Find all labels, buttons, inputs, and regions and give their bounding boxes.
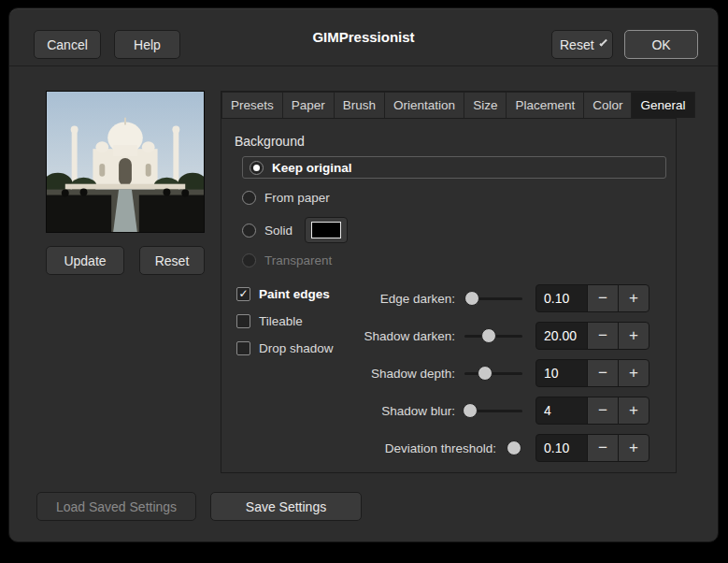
- radio-from-paper[interactable]: From paper: [242, 186, 666, 209]
- checkbox-label: Drop shadow: [259, 341, 334, 355]
- slider-knob[interactable]: [463, 403, 478, 418]
- drop-shadow-checkbox[interactable]: Drop shadow: [236, 336, 334, 360]
- cancel-button[interactable]: Cancel: [34, 30, 101, 59]
- deviation-threshold-row: Deviation threshold: − +: [362, 429, 649, 467]
- tab-paper[interactable]: Paper: [282, 92, 335, 118]
- slider-knob[interactable]: [507, 440, 521, 455]
- radio-transparent: Transparent: [242, 249, 666, 271]
- load-saved-settings-button: Load Saved Settings: [36, 492, 196, 521]
- radio-indicator: [250, 161, 264, 175]
- slider-trough: [464, 372, 522, 375]
- ok-button[interactable]: OK: [624, 30, 698, 59]
- radio-label: From paper: [264, 191, 330, 205]
- tab-orientation[interactable]: Orientation: [384, 92, 464, 118]
- shadow-darken-label: Shadow darken:: [362, 329, 455, 343]
- radio-solid[interactable]: Solid: [242, 216, 666, 244]
- checkbox-indicator: [236, 341, 250, 355]
- tab-bar: Presets Paper Brush Orientation Size Pla…: [221, 92, 676, 119]
- gimpressionist-dialog: GIMPressionist Cancel Help Reset OK: [8, 7, 719, 542]
- edge-darken-slider[interactable]: [464, 290, 522, 307]
- minus-icon[interactable]: −: [587, 322, 619, 350]
- deviation-threshold-spinbox: − +: [535, 434, 649, 462]
- shadow-darken-input[interactable]: [535, 322, 588, 350]
- radio-keep-original[interactable]: Keep original: [242, 156, 666, 179]
- background-section-label: Background: [235, 134, 305, 149]
- edge-darken-row: Edge darken: − +: [362, 280, 649, 317]
- edge-darken-input[interactable]: [535, 284, 588, 312]
- taj-mahal-preview: [47, 92, 204, 232]
- shadow-blur-slider[interactable]: [464, 402, 522, 419]
- deviation-threshold-slider[interactable]: [506, 440, 522, 456]
- shadow-depth-row: Shadow depth: − +: [362, 354, 649, 392]
- radio-label: Solid: [264, 224, 293, 238]
- paint-edges-checkbox[interactable]: ✓ Paint edges: [236, 282, 334, 306]
- minus-icon[interactable]: −: [587, 359, 619, 387]
- chevron-down-icon: [599, 38, 607, 47]
- tab-brush[interactable]: Brush: [334, 92, 385, 118]
- shadow-blur-input[interactable]: [535, 397, 588, 425]
- tab-general[interactable]: General: [631, 92, 694, 118]
- shadow-darken-slider[interactable]: [464, 327, 522, 344]
- shadow-depth-slider[interactable]: [464, 365, 522, 382]
- shadow-blur-row: Shadow blur: − +: [362, 392, 649, 429]
- parameter-rows: Edge darken: − + Shadow darken:: [362, 280, 649, 467]
- plus-icon[interactable]: +: [618, 397, 649, 425]
- deviation-threshold-label: Deviation threshold:: [362, 441, 496, 455]
- save-settings-button[interactable]: Save Settings: [210, 492, 362, 521]
- preview-image: [46, 91, 205, 233]
- options-checkbox-group: ✓ Paint edges Tileable Drop shadow: [236, 282, 334, 363]
- slider-knob[interactable]: [464, 291, 479, 306]
- help-button[interactable]: Help: [114, 30, 180, 59]
- radio-label: Transparent: [264, 253, 332, 267]
- color-swatch: [311, 222, 341, 238]
- checkbox-indicator: ✓: [236, 287, 250, 301]
- shadow-depth-input[interactable]: [535, 359, 588, 387]
- deviation-threshold-input[interactable]: [535, 434, 588, 462]
- radio-indicator: [242, 224, 256, 238]
- header-bar: GIMPressionist Cancel Help Reset OK: [9, 8, 718, 66]
- shadow-darken-row: Shadow darken: − +: [362, 317, 649, 354]
- radio-indicator: [242, 191, 256, 205]
- shadow-darken-spinbox: − +: [535, 322, 649, 350]
- settings-notebook: Presets Paper Brush Orientation Size Pla…: [221, 91, 677, 473]
- shadow-blur-label: Shadow blur:: [362, 404, 455, 418]
- minus-icon[interactable]: −: [587, 397, 619, 425]
- tileable-checkbox[interactable]: Tileable: [236, 309, 334, 333]
- checkbox-label: Tileable: [259, 314, 303, 328]
- checkbox-indicator: [236, 314, 250, 328]
- slider-knob[interactable]: [478, 366, 492, 381]
- shadow-depth-spinbox: − +: [535, 359, 649, 387]
- edge-darken-spinbox: − +: [535, 284, 649, 312]
- update-preview-button[interactable]: Update: [46, 246, 124, 275]
- reset-dropdown-label: Reset: [560, 37, 594, 52]
- radio-indicator: [242, 253, 256, 267]
- tab-size[interactable]: Size: [464, 92, 507, 118]
- shadow-depth-label: Shadow depth:: [362, 367, 455, 381]
- background-radio-group: Keep original From paper Solid Transpare…: [242, 156, 666, 279]
- reset-preview-button[interactable]: Reset: [139, 246, 205, 275]
- slider-knob[interactable]: [481, 328, 496, 343]
- plus-icon[interactable]: +: [618, 434, 649, 462]
- tab-color[interactable]: Color: [583, 92, 632, 118]
- tab-placement[interactable]: Placement: [506, 92, 584, 118]
- minus-icon[interactable]: −: [587, 434, 619, 462]
- plus-icon[interactable]: +: [618, 359, 649, 387]
- general-tab-content: Background Keep original From paper Soli…: [221, 119, 676, 472]
- checkbox-label: Paint edges: [259, 287, 330, 301]
- minus-icon[interactable]: −: [587, 284, 619, 312]
- reset-dropdown-button[interactable]: Reset: [551, 30, 613, 59]
- plus-icon[interactable]: +: [618, 322, 649, 350]
- shadow-blur-spinbox: − +: [535, 397, 649, 425]
- tab-presets[interactable]: Presets: [221, 92, 283, 118]
- edge-darken-label: Edge darken:: [362, 292, 455, 306]
- plus-icon[interactable]: +: [618, 284, 649, 312]
- solid-color-swatch-button[interactable]: [305, 217, 348, 243]
- radio-label: Keep original: [272, 161, 352, 175]
